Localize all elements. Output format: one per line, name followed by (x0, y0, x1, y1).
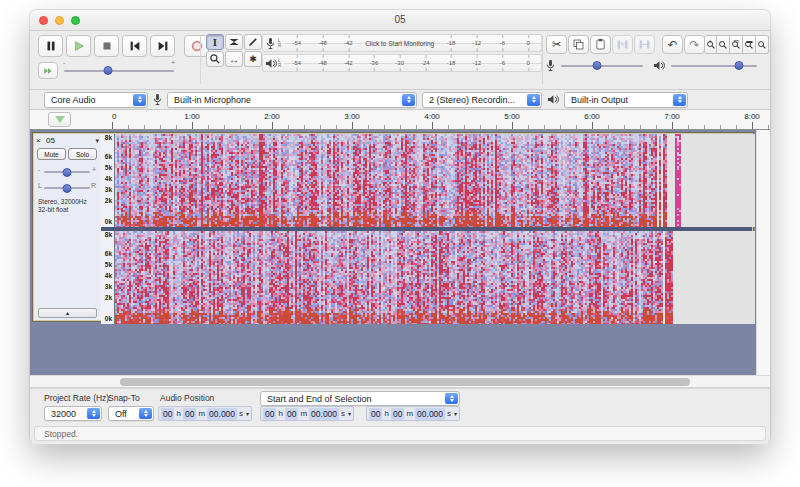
track-close-button[interactable]: × (36, 136, 45, 145)
pause-button[interactable] (38, 35, 63, 57)
zoom-tool-button[interactable] (206, 51, 224, 67)
draw-tool-button[interactable] (244, 34, 262, 50)
track-header: × 05 ▾ (36, 135, 99, 146)
recording-device-value: Built-in Microphone (174, 95, 251, 105)
playback-volume-slider[interactable] (671, 60, 757, 72)
mute-button[interactable]: Mute (37, 148, 66, 160)
play-button[interactable] (66, 35, 91, 57)
speaker-icon (653, 60, 665, 71)
silence-audio-button[interactable] (634, 35, 655, 54)
recording-channels-select[interactable]: 2 (Stereo) Recordin... (422, 92, 542, 108)
playback-device-select[interactable]: Built-in Output (564, 92, 688, 108)
slider-thumb[interactable] (593, 61, 602, 70)
pencil-icon (247, 36, 259, 48)
stepper-icon (402, 94, 415, 106)
multi-tool-button[interactable]: ✱ (244, 51, 262, 67)
pan-slider-row: L R (39, 181, 95, 194)
frequency-label: 5k (105, 262, 112, 268)
slider-thumb[interactable] (63, 184, 72, 193)
pan-slider[interactable] (44, 182, 90, 194)
window-title: 05 (30, 14, 770, 25)
magnifier-icon (209, 53, 221, 65)
timeline-ruler[interactable]: 01:002:003:004:005:006:007:008:00 (30, 110, 770, 130)
selection-tool-button[interactable]: I (206, 34, 224, 50)
track-area[interactable]: × 05 ▾ Mute Solo - + L (30, 130, 770, 375)
time-caret[interactable]: ▾ (453, 410, 457, 417)
project-rate-select[interactable]: 32000 (44, 406, 102, 421)
skip-to-start-button[interactable] (122, 35, 147, 57)
audio-track[interactable]: × 05 ▾ Mute Solo - + L (32, 132, 754, 322)
time-digit-group[interactable]: 00.000 (309, 408, 339, 420)
gain-slider[interactable] (44, 166, 90, 178)
envelope-tool-button[interactable] (225, 34, 243, 50)
recording-volume-slider[interactable] (561, 60, 643, 72)
play-speed-slider[interactable]: - + (64, 65, 174, 77)
audio-position-field[interactable]: 00h00m00.000s▾ (158, 406, 252, 421)
play-at-speed-toolbar: - + (38, 62, 174, 79)
timeline-label: 4:00 (424, 112, 440, 121)
recording-device-select[interactable]: Built-in Microphone (167, 92, 417, 108)
trim-audio-button[interactable] (612, 35, 633, 54)
slider-thumb[interactable] (734, 61, 743, 70)
time-digit-group[interactable]: 00 (183, 408, 196, 420)
stop-button[interactable] (94, 35, 119, 57)
time-digit-group[interactable]: 00 (263, 408, 276, 420)
time-unit: s (445, 409, 453, 418)
time-unit: s (339, 409, 347, 418)
slider-thumb[interactable] (63, 168, 72, 177)
horizontal-scrollbar[interactable] (30, 375, 770, 388)
solo-button[interactable]: Solo (68, 148, 97, 160)
time-caret[interactable]: ▾ (245, 410, 249, 417)
selection-end-field[interactable]: 00h00m00.000s▾ (366, 406, 460, 421)
slider-thumb[interactable] (104, 66, 113, 75)
timeline-label: 2:00 (264, 112, 280, 121)
spectrogram-channel-right[interactable] (115, 231, 755, 324)
fit-project-button[interactable]: ▬ (743, 35, 756, 54)
cut-button[interactable]: ✂ (546, 35, 567, 54)
timeline-label: 3:00 (344, 112, 360, 121)
audio-host-select[interactable]: Core Audio (44, 92, 148, 108)
collapse-track-button[interactable]: ▲ (38, 308, 97, 318)
time-digit-group[interactable]: 00 (369, 408, 382, 420)
timeshift-tool-button[interactable]: ↔ (225, 51, 243, 67)
track-name[interactable]: 05 (45, 136, 95, 145)
zoom-toggle-button[interactable] (756, 35, 769, 54)
project-rate-value: 32000 (51, 409, 76, 419)
fit-selection-button[interactable]: ▭ (730, 35, 743, 54)
time-digit-group[interactable]: 00 (391, 408, 404, 420)
major-ticks (112, 122, 770, 129)
spectrogram-channel-left[interactable] (115, 134, 755, 227)
meter-overlay-text: Click to Start Monitoring (365, 40, 434, 47)
paste-button[interactable] (590, 35, 611, 54)
scrollbar-thumb[interactable] (120, 378, 690, 386)
zoom-in-button[interactable]: + (704, 35, 717, 54)
plus-glyph: + (709, 38, 713, 44)
title-bar[interactable]: 05 (30, 10, 770, 31)
zoom-out-button[interactable]: − (717, 35, 730, 54)
playback-device-value: Built-in Output (571, 95, 628, 105)
time-digit-group[interactable]: 00 (161, 408, 174, 420)
audio-position-label: Audio Position (160, 393, 214, 403)
timeline-scale[interactable]: 01:002:003:004:005:006:007:008:00 (112, 110, 770, 129)
selection-start-field[interactable]: 00h00m00.000s▾ (260, 406, 354, 421)
time-caret[interactable]: ▾ (347, 410, 351, 417)
selection-mode-select[interactable]: Start and End of Selection (260, 391, 460, 406)
skip-to-end-button[interactable] (150, 35, 175, 57)
snap-to-select[interactable]: Off (108, 406, 154, 421)
redo-button[interactable]: ↷ (684, 35, 705, 54)
slider-track (671, 65, 757, 67)
frequency-label: 5k (105, 165, 112, 171)
timeline-pin-button[interactable] (48, 112, 71, 127)
time-digit-group[interactable]: 00.000 (415, 408, 445, 420)
play-at-speed-button[interactable] (38, 62, 58, 79)
time-digit-group[interactable]: 00 (285, 408, 298, 420)
ibeam-icon: I (213, 37, 217, 48)
track-menu-dropdown[interactable]: ▾ (95, 137, 99, 145)
copy-button[interactable] (568, 35, 589, 54)
vertical-scrollbar[interactable] (756, 130, 770, 375)
stepper-icon (527, 94, 540, 106)
playback-meter[interactable]: LR -54-48-42-36-30-24-18-12-60 (262, 54, 542, 72)
time-digit-group[interactable]: 00.000 (207, 408, 237, 420)
undo-button[interactable]: ↶ (662, 35, 683, 54)
recording-meter[interactable]: LR -54-48-42-36-30-24-18-12-60Click to S… (262, 34, 542, 52)
